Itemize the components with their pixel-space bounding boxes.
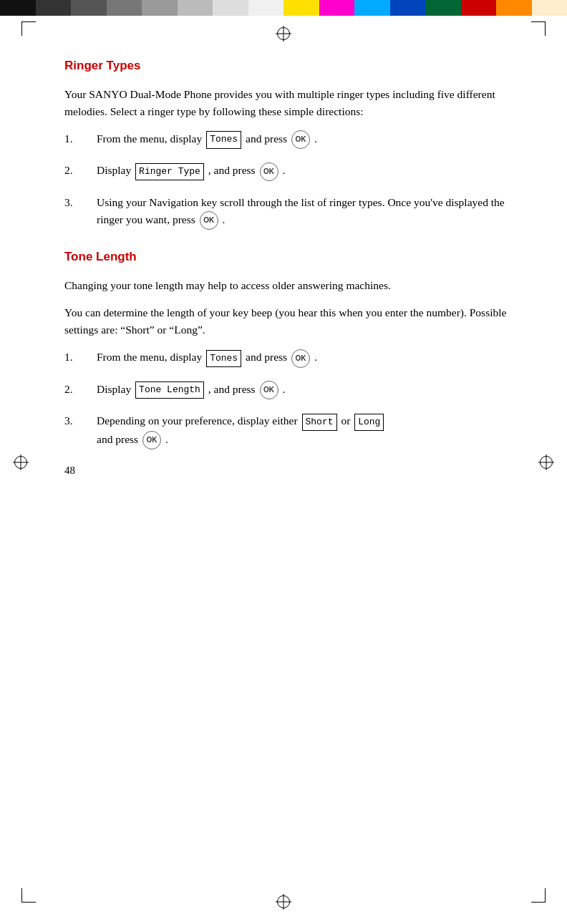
step-number: 2. bbox=[64, 381, 97, 398]
step-item: 2. Display Tone Length , and press OK . bbox=[64, 381, 510, 399]
step-text: , and press bbox=[208, 164, 258, 176]
step-content: From the menu, display Tones and press O… bbox=[97, 349, 510, 367]
ok-button-icon: OK bbox=[291, 349, 310, 368]
ok-button-icon: OK bbox=[291, 130, 310, 149]
step-content: Display Ringer Type , and press OK . bbox=[97, 162, 510, 180]
step-text: . bbox=[282, 164, 285, 176]
step-text: . bbox=[314, 351, 317, 363]
step-text: Display bbox=[97, 383, 134, 395]
color-swatch bbox=[178, 0, 213, 16]
lcd-display-tones: Tones bbox=[206, 131, 241, 148]
lcd-display-short: Short bbox=[302, 414, 337, 431]
step-text: Using your Navigation key scroll through… bbox=[97, 196, 505, 225]
color-swatch bbox=[390, 0, 426, 16]
color-swatch bbox=[284, 0, 319, 16]
step-number: 3. bbox=[64, 412, 97, 429]
step-text: and press bbox=[246, 132, 290, 145]
color-swatch bbox=[0, 0, 36, 16]
corner-mark-bl bbox=[21, 888, 36, 903]
lcd-display-tone-length: Tone Length bbox=[135, 381, 204, 399]
step-item: 2. Display Ringer Type , and press OK . bbox=[64, 162, 510, 180]
lcd-display-ringer-type: Ringer Type bbox=[135, 163, 204, 180]
step-text: , and press bbox=[208, 383, 258, 395]
step-text: and press bbox=[97, 433, 141, 445]
step-text: From the menu, display bbox=[97, 351, 205, 363]
corner-mark-br bbox=[531, 888, 546, 903]
color-swatch bbox=[354, 0, 390, 16]
step-text: and press bbox=[246, 351, 290, 363]
step-text: or bbox=[341, 414, 353, 427]
ringer-types-steps: 1. From the menu, display Tones and pres… bbox=[64, 130, 510, 230]
step-number: 1. bbox=[64, 349, 97, 366]
color-swatch bbox=[532, 0, 568, 16]
ok-button-icon: OK bbox=[260, 162, 278, 181]
tone-length-section: Tone Length Changing your tone length ma… bbox=[64, 250, 510, 449]
lcd-display-long: Long bbox=[354, 414, 384, 431]
step-number: 2. bbox=[64, 162, 97, 179]
step-text: . bbox=[282, 383, 285, 395]
step-item: 3. Depending on your preference, display… bbox=[64, 412, 510, 449]
page-content: Ringer Types Your SANYO Dual-Mode Phone … bbox=[0, 16, 567, 512]
color-swatch bbox=[107, 0, 142, 16]
step-content: Depending on your preference, display ei… bbox=[97, 412, 510, 449]
step-text: . bbox=[223, 213, 226, 225]
lcd-display-tones: Tones bbox=[206, 350, 241, 367]
color-swatch bbox=[213, 0, 248, 16]
step-item: 3. Using your Navigation key scroll thro… bbox=[64, 194, 510, 230]
color-swatch bbox=[36, 0, 72, 16]
step-text: From the menu, display bbox=[97, 132, 205, 145]
step-item: 1. From the menu, display Tones and pres… bbox=[64, 130, 510, 149]
color-swatch bbox=[142, 0, 178, 16]
ok-button-icon: OK bbox=[260, 381, 278, 399]
color-strip-right bbox=[284, 0, 567, 16]
ringer-types-intro: Your SANYO Dual-Mode Phone provides you … bbox=[64, 86, 510, 120]
step-text: . bbox=[165, 433, 168, 445]
color-bar bbox=[0, 0, 567, 16]
step-number: 3. bbox=[64, 194, 97, 211]
tone-length-para2: You can determine the length of your key… bbox=[64, 304, 510, 339]
ringer-types-section: Ringer Types Your SANYO Dual-Mode Phone … bbox=[64, 59, 510, 230]
step-content: Using your Navigation key scroll through… bbox=[97, 194, 510, 230]
step-item: 1. From the menu, display Tones and pres… bbox=[64, 349, 510, 367]
registration-mark-bottom bbox=[276, 894, 291, 910]
color-swatch bbox=[71, 0, 107, 16]
step-content: Display Tone Length , and press OK . bbox=[97, 381, 510, 399]
step-text: . bbox=[314, 132, 317, 145]
tone-length-heading: Tone Length bbox=[64, 250, 510, 264]
ok-button-icon: OK bbox=[200, 211, 218, 230]
step-text: Display bbox=[97, 164, 134, 176]
color-swatch bbox=[496, 0, 532, 16]
color-swatch bbox=[425, 0, 461, 16]
tone-length-para1: Changing your tone length may help to ac… bbox=[64, 277, 510, 294]
color-swatch bbox=[461, 0, 497, 16]
step-text: Depending on your preference, display ei… bbox=[97, 414, 301, 427]
ok-button-icon: OK bbox=[142, 431, 161, 449]
color-swatch bbox=[319, 0, 355, 16]
color-strip-left bbox=[0, 0, 284, 16]
tone-length-steps: 1. From the menu, display Tones and pres… bbox=[64, 349, 510, 449]
step-content: From the menu, display Tones and press O… bbox=[97, 130, 510, 149]
step-number: 1. bbox=[64, 130, 97, 147]
ringer-types-heading: Ringer Types bbox=[64, 59, 510, 73]
color-swatch bbox=[248, 0, 284, 16]
page-number: 48 bbox=[64, 465, 75, 477]
